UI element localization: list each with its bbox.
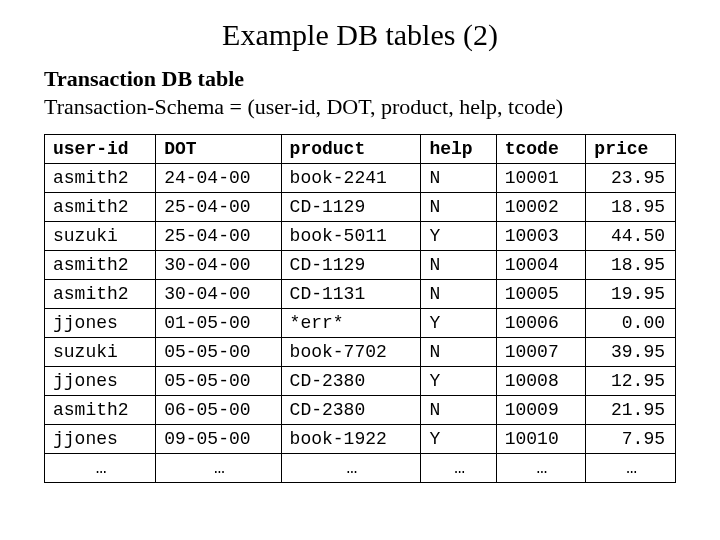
table-cell: 09-05-00: [156, 425, 281, 454]
table-cell: asmith2: [45, 251, 156, 280]
table-cell: Y: [421, 367, 496, 396]
table-cell: 24-04-00: [156, 164, 281, 193]
table-header-row: user-id DOT product help tcode price: [45, 135, 676, 164]
ellipsis-cell: …: [45, 454, 156, 483]
table-cell: asmith2: [45, 193, 156, 222]
table-cell: 10009: [496, 396, 586, 425]
table-cell: suzuki: [45, 222, 156, 251]
ellipsis-cell: …: [421, 454, 496, 483]
ellipsis-cell: …: [156, 454, 281, 483]
table-cell: 10006: [496, 309, 586, 338]
col-price: price: [586, 135, 676, 164]
table-cell: suzuki: [45, 338, 156, 367]
table-cell: N: [421, 396, 496, 425]
table-cell: 30-04-00: [156, 251, 281, 280]
table-cell: jjones: [45, 309, 156, 338]
table-cell: asmith2: [45, 280, 156, 309]
ellipsis-cell: …: [496, 454, 586, 483]
table-cell: N: [421, 251, 496, 280]
table-cell: jjones: [45, 367, 156, 396]
table-cell: 44.50: [586, 222, 676, 251]
transaction-table: user-id DOT product help tcode price asm…: [44, 134, 676, 483]
table-row: suzuki05-05-00book-7702N1000739.95: [45, 338, 676, 367]
col-help: help: [421, 135, 496, 164]
table-cell: CD-2380: [281, 396, 421, 425]
table-cell: CD-1131: [281, 280, 421, 309]
table-cell: N: [421, 280, 496, 309]
table-cell: 7.95: [586, 425, 676, 454]
table-cell: CD-1129: [281, 193, 421, 222]
table-cell: jjones: [45, 425, 156, 454]
table-cell: 21.95: [586, 396, 676, 425]
table-cell: asmith2: [45, 164, 156, 193]
table-cell: 19.95: [586, 280, 676, 309]
page-title: Example DB tables (2): [44, 18, 676, 52]
slide: Example DB tables (2) Transaction DB tab…: [0, 0, 720, 540]
table-cell: Y: [421, 222, 496, 251]
table-row: jjones01-05-00*err*Y100060.00: [45, 309, 676, 338]
table-cell: *err*: [281, 309, 421, 338]
col-dot: DOT: [156, 135, 281, 164]
table-cell: 10005: [496, 280, 586, 309]
table-cell: 05-05-00: [156, 367, 281, 396]
table-cell: 10002: [496, 193, 586, 222]
table-row: asmith230-04-00CD-1129N1000418.95: [45, 251, 676, 280]
table-cell: 10004: [496, 251, 586, 280]
ellipsis-cell: …: [281, 454, 421, 483]
table-cell: 30-04-00: [156, 280, 281, 309]
table-cell: 18.95: [586, 193, 676, 222]
table-row: asmith230-04-00CD-1131N1000519.95: [45, 280, 676, 309]
table-cell: 10008: [496, 367, 586, 396]
table-cell: Y: [421, 309, 496, 338]
table-cell: 01-05-00: [156, 309, 281, 338]
table-cell: book-5011: [281, 222, 421, 251]
table-row: suzuki25-04-00book-5011Y1000344.50: [45, 222, 676, 251]
table-cell: book-1922: [281, 425, 421, 454]
table-cell: 12.95: [586, 367, 676, 396]
table-row: jjones09-05-00book-1922Y100107.95: [45, 425, 676, 454]
table-cell: 39.95: [586, 338, 676, 367]
table-cell: book-2241: [281, 164, 421, 193]
table-cell: 18.95: [586, 251, 676, 280]
table-cell: N: [421, 338, 496, 367]
table-cell: 10010: [496, 425, 586, 454]
col-product: product: [281, 135, 421, 164]
schema-definition: Transaction-Schema = (user-id, DOT, prod…: [44, 94, 676, 120]
table-cell: 10007: [496, 338, 586, 367]
table-cell: 10001: [496, 164, 586, 193]
table-name: Transaction DB table: [44, 66, 676, 92]
table-cell: N: [421, 193, 496, 222]
table-row-ellipsis: ………………: [45, 454, 676, 483]
col-tcode: tcode: [496, 135, 586, 164]
table-cell: CD-1129: [281, 251, 421, 280]
table-cell: CD-2380: [281, 367, 421, 396]
ellipsis-cell: …: [586, 454, 676, 483]
col-user-id: user-id: [45, 135, 156, 164]
table-cell: 10003: [496, 222, 586, 251]
table-row: jjones05-05-00CD-2380Y1000812.95: [45, 367, 676, 396]
table-cell: asmith2: [45, 396, 156, 425]
table-cell: 25-04-00: [156, 193, 281, 222]
table-cell: Y: [421, 425, 496, 454]
table-cell: N: [421, 164, 496, 193]
table-cell: 06-05-00: [156, 396, 281, 425]
table-cell: 0.00: [586, 309, 676, 338]
table-cell: 05-05-00: [156, 338, 281, 367]
table-cell: book-7702: [281, 338, 421, 367]
table-row: asmith224-04-00book-2241N1000123.95: [45, 164, 676, 193]
table-cell: 25-04-00: [156, 222, 281, 251]
table-cell: 23.95: [586, 164, 676, 193]
table-row: asmith225-04-00CD-1129N1000218.95: [45, 193, 676, 222]
table-row: asmith206-05-00CD-2380N1000921.95: [45, 396, 676, 425]
